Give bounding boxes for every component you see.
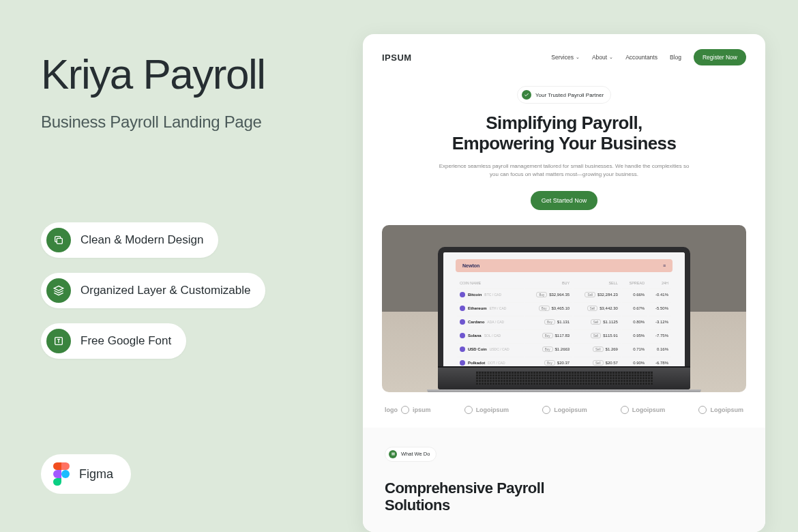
hero-subtitle: Experience seamless payroll management t… <box>434 162 694 179</box>
feature-pill: Organized Layer & Customizable <box>41 273 265 308</box>
svg-rect-0 <box>57 238 62 243</box>
hero-title: Simplifying Payroll, Empowering Your Bus… <box>390 113 738 154</box>
brand-logo[interactable]: IPSUM <box>382 53 412 63</box>
page-title: Kriya Payroll <box>41 52 327 96</box>
table-row[interactable]: Ethereum ETH / CADBuy $3,465.10Sell $3,4… <box>457 302 671 314</box>
nav-services[interactable]: Services⌄ <box>551 54 580 61</box>
table-row[interactable]: Bitcoin BTC / CADBuy $32,964.35Sell $32,… <box>457 289 671 301</box>
hero-image: Newton ≡ COIN NAMEBUYSELLSPREAD24H Bitco… <box>382 225 746 392</box>
partner-logo: Logoipsum <box>542 406 587 414</box>
feature-label: Clean & Modern Design <box>80 233 203 247</box>
feature-list: Clean & Modern Design Organized Layer & … <box>41 222 265 374</box>
chevron-down-icon: ⌄ <box>609 55 613 60</box>
font-icon <box>46 329 71 353</box>
partner-logo: logo ipsum <box>385 406 431 414</box>
feature-pill: Clean & Modern Design <box>41 222 218 258</box>
table-header: COIN NAME <box>457 279 524 287</box>
nav-about[interactable]: About⌄ <box>592 54 613 61</box>
feature-label: Organized Layer & Customizable <box>80 284 250 297</box>
price-table: COIN NAMEBUYSELLSPREAD24H Bitcoin BTC / … <box>456 278 673 366</box>
feature-pill: Free Google Font <box>41 323 186 359</box>
layers-icon <box>46 278 71 303</box>
figma-badge: Figma <box>41 454 131 494</box>
page-subtitle: Business Payroll Landing Page <box>41 113 327 132</box>
hero-tag: Your Trusted Payroll Partner <box>517 86 611 104</box>
table-row[interactable]: Solana SOL / CADBuy $117.83Sell $115.910… <box>457 329 671 342</box>
list-icon <box>389 450 397 458</box>
check-icon <box>522 90 531 100</box>
section-what-we-do: What We Do Comprehensive Payroll Solutio… <box>363 428 765 532</box>
partner-logo: Logoipsum <box>698 406 743 414</box>
partner-logo: Logoipsum <box>621 406 666 414</box>
app-header: Newton ≡ <box>456 259 673 272</box>
table-header: 24H <box>649 279 671 287</box>
table-header: SPREAD <box>622 279 647 287</box>
table-header: SELL <box>574 279 621 287</box>
copy-icon <box>46 228 71 252</box>
nav-accountants[interactable]: Accountants <box>625 54 657 61</box>
menu-icon[interactable]: ≡ <box>663 263 666 268</box>
figma-label: Figma <box>79 467 113 482</box>
table-row[interactable]: USD Coin USDC / CADBuy $1.2663Sell $1.26… <box>457 343 671 355</box>
get-started-button[interactable]: Get Started Now <box>531 191 598 210</box>
section-tag: What We Do <box>385 447 437 462</box>
svg-marker-1 <box>54 286 63 291</box>
register-button[interactable]: Register Now <box>694 49 746 65</box>
partner-logo: Logoipsum <box>464 406 509 414</box>
nav-blog[interactable]: Blog <box>670 54 681 61</box>
preview-window: IPSUM Services⌄ About⌄ Accountants Blog … <box>363 34 765 532</box>
preview-navbar: IPSUM Services⌄ About⌄ Accountants Blog … <box>363 34 765 80</box>
table-row[interactable]: Cardano ADA / CADBuy $1.131Sell $1.11250… <box>457 316 671 328</box>
feature-label: Free Google Font <box>80 334 171 348</box>
figma-icon <box>53 462 70 486</box>
laptop-mockup: Newton ≡ COIN NAMEBUYSELLSPREAD24H Bitco… <box>438 247 690 392</box>
chevron-down-icon: ⌄ <box>576 55 580 60</box>
logo-strip: logo ipsumLogoipsumLogoipsumLogoipsumLog… <box>363 392 765 428</box>
table-row[interactable]: Polkadot DOT / CADBuy $20.37Sell $20.570… <box>457 357 671 366</box>
table-header: BUY <box>525 279 572 287</box>
section-title: Comprehensive Payroll Solutions <box>385 479 743 514</box>
